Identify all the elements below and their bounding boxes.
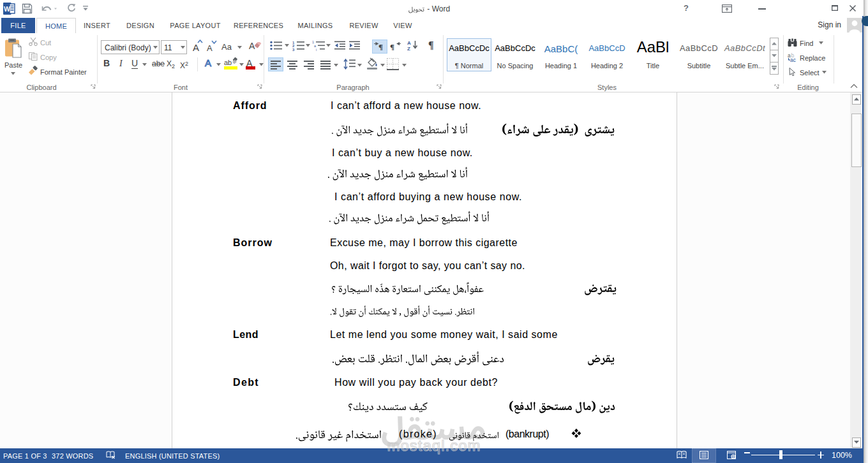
svg-text:¶: ¶ bbox=[378, 42, 383, 50]
svg-text:Z: Z bbox=[407, 46, 410, 51]
svg-text:3: 3 bbox=[292, 48, 295, 52]
svg-text:i: i bbox=[316, 48, 317, 52]
svg-text:¶: ¶ bbox=[390, 42, 394, 50]
svg-text:W: W bbox=[4, 5, 10, 13]
svg-text:ac: ac bbox=[790, 57, 797, 62]
